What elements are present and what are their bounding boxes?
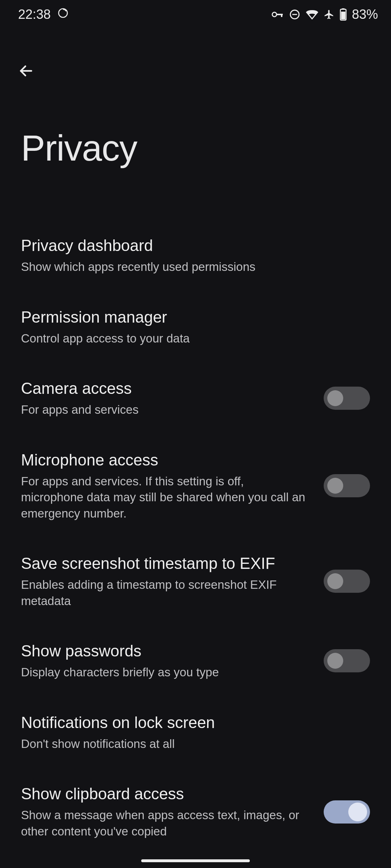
settings-item-subtitle: Control app access to your data <box>21 331 318 347</box>
settings-item-text: Save screenshot timestamp to EXIFEnables… <box>21 553 309 609</box>
settings-item-text: Camera accessFor apps and services <box>21 378 309 418</box>
toggle-switch[interactable] <box>324 387 370 410</box>
settings-item-subtitle: Display characters briefly as you type <box>21 664 309 681</box>
toggle-thumb <box>348 803 367 821</box>
settings-item-title: Permission manager <box>21 307 370 327</box>
toggle-switch[interactable] <box>324 800 370 824</box>
settings-item-subtitle: For apps and services. If this setting i… <box>21 473 309 522</box>
settings-item[interactable]: Permission managerControl app access to … <box>0 291 391 363</box>
vpn-key-icon <box>272 11 284 18</box>
settings-item-text: Show clipboard accessShow a message when… <box>21 784 309 839</box>
toggle-thumb <box>327 653 343 669</box>
airplane-mode-icon <box>324 9 335 20</box>
do-not-disturb-icon <box>289 9 300 20</box>
settings-item-subtitle: Don't show notifications at all <box>21 736 318 752</box>
settings-item-text: Notifications on lock screenDon't show n… <box>21 712 370 752</box>
notification-icon <box>57 7 69 22</box>
settings-item-subtitle: Enables adding a timestamp to screenshot… <box>21 577 309 609</box>
back-button[interactable] <box>13 58 39 84</box>
status-left: 22:38 <box>18 7 69 22</box>
settings-item-subtitle: For apps and services <box>21 402 309 418</box>
settings-item-subtitle: Show which apps recently used permission… <box>21 259 318 275</box>
arrow-left-icon <box>18 63 34 79</box>
settings-item-title: Privacy dashboard <box>21 235 370 255</box>
settings-item[interactable]: Show passwordsDisplay characters briefly… <box>0 625 391 697</box>
settings-item[interactable]: Privacy dashboardShow which apps recentl… <box>0 220 391 291</box>
toggle-thumb <box>327 478 343 494</box>
battery-percent: 83% <box>352 7 378 22</box>
battery-icon <box>340 8 347 21</box>
wifi-icon <box>306 9 319 20</box>
svg-point-1 <box>272 12 277 17</box>
settings-item-text: Microphone accessFor apps and services. … <box>21 450 309 522</box>
settings-item[interactable]: Notifications on lock screenDon't show n… <box>0 697 391 768</box>
settings-item[interactable]: Save screenshot timestamp to EXIFEnables… <box>0 537 391 625</box>
toggle-thumb <box>327 390 343 406</box>
toggle-thumb <box>327 573 343 589</box>
settings-item-title: Microphone access <box>21 450 309 470</box>
settings-item-text: Privacy dashboardShow which apps recentl… <box>21 235 370 275</box>
settings-item-text: Show passwordsDisplay characters briefly… <box>21 641 309 681</box>
settings-item[interactable]: Camera accessFor apps and services <box>0 362 391 434</box>
toggle-switch[interactable] <box>324 474 370 497</box>
svg-rect-8 <box>341 12 345 20</box>
settings-item[interactable]: Microphone accessFor apps and services. … <box>0 434 391 538</box>
page-title: Privacy <box>21 127 391 169</box>
settings-list: Privacy dashboardShow which apps recentl… <box>0 220 391 856</box>
toggle-switch[interactable] <box>324 570 370 593</box>
settings-item-text: Permission managerControl app access to … <box>21 307 370 347</box>
settings-item-title: Camera access <box>21 378 309 398</box>
nav-gesture-handle[interactable] <box>141 859 250 862</box>
toggle-switch[interactable] <box>324 649 370 672</box>
status-time: 22:38 <box>18 7 51 22</box>
settings-item-title: Notifications on lock screen <box>21 712 370 732</box>
settings-item-subtitle: Show a message when apps access text, im… <box>21 807 309 839</box>
svg-rect-3 <box>281 14 282 17</box>
status-bar: 22:38 <box>0 0 391 29</box>
settings-item-title: Save screenshot timestamp to EXIF <box>21 553 309 573</box>
settings-item-title: Show clipboard access <box>21 784 309 804</box>
settings-item-title: Show passwords <box>21 641 309 661</box>
settings-item[interactable]: Show clipboard accessShow a message when… <box>0 768 391 855</box>
status-right: 83% <box>272 7 378 22</box>
